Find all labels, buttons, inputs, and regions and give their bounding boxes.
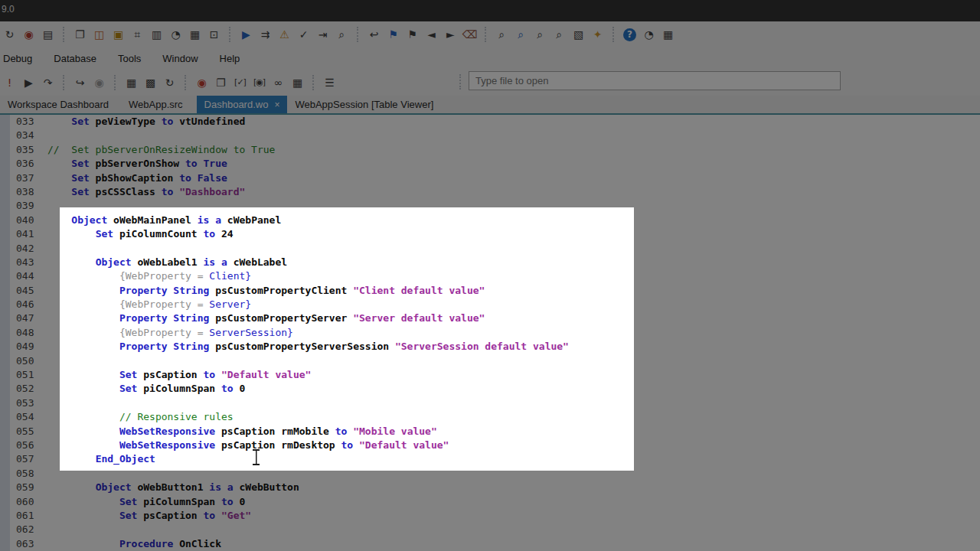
code-line[interactable]: 054 // Responsive rules <box>0 410 980 424</box>
code-line[interactable]: 048 {WebProperty = ServerSession} <box>0 326 980 340</box>
workspace-window-icon[interactable]: ◫ <box>90 26 108 44</box>
code-explorer-icon[interactable]: ◔ <box>167 26 185 44</box>
tab-webappsession-table-viewer[interactable]: WebAppSession [Table Viewer] <box>287 96 441 113</box>
code-line[interactable]: 033 Set peViewType to vtUndefined <box>0 115 980 129</box>
sync-icon[interactable]: ↻ <box>1 26 18 44</box>
tab-workspace-dashboard[interactable]: Workspace Dashboard <box>0 96 116 113</box>
open-view-icon[interactable]: ▣ <box>109 26 127 44</box>
object-relations-icon[interactable]: ⌗ <box>129 26 146 44</box>
code-editor[interactable]: 033 Set peViewType to vtUndefined034035/… <box>0 115 980 551</box>
prev-bookmark-icon[interactable]: ◄ <box>423 26 440 44</box>
code-line[interactable]: 052 Set piColumnSpan to 0 <box>0 382 980 396</box>
code-line[interactable]: 036 Set pbServerOnShow to True <box>0 157 980 171</box>
toolbar-separator <box>485 27 487 42</box>
watches-icon[interactable]: [◉] <box>250 73 268 91</box>
todo-check-icon[interactable]: ✓ <box>295 26 312 44</box>
code-line[interactable]: 045 Property String psCustomPropertyClie… <box>0 284 980 298</box>
document-tab-bar: Workspace DashboardWebApp.srcDashboard.w… <box>0 96 980 115</box>
find-next-icon[interactable]: ⌕ <box>512 26 530 44</box>
build-icon[interactable]: ▩ <box>142 73 159 91</box>
code-line[interactable]: 053 <box>0 396 980 410</box>
call-stack-icon[interactable]: ☰ <box>321 73 338 91</box>
find-definition-icon[interactable]: ⌕ <box>333 26 351 44</box>
column-report-icon[interactable]: ▥ <box>148 26 165 44</box>
code-line[interactable]: 063 Procedure OnClick <box>0 537 980 551</box>
compare-merge-icon[interactable]: ⇉ <box>256 26 274 44</box>
code-line[interactable]: 056 WebSetResponsive psCaption rmDesktop… <box>0 439 980 452</box>
code-line[interactable]: 050 <box>0 354 980 368</box>
code-line[interactable]: 043 Object oWebLabel1 is a cWebLabel <box>0 256 980 269</box>
continue-debug-icon[interactable]: ↪ <box>71 73 89 91</box>
step-over-icon[interactable]: ↷ <box>39 73 57 91</box>
code-line[interactable]: 035// Set pbServerOnResizeWindow to True <box>0 143 980 157</box>
code-line[interactable]: 047 Property String psCustomPropertyServ… <box>0 311 980 325</box>
clear-bookmarks-icon[interactable]: ⌫ <box>461 26 479 44</box>
code-line[interactable]: 058 <box>0 467 980 481</box>
code-line[interactable]: 057 End_Object <box>0 452 980 466</box>
code-line[interactable]: 051 Set psCaption to "Default value" <box>0 368 980 382</box>
code-line[interactable]: 037 Set pbShowCaption to False <box>0 171 980 185</box>
inspect-icon[interactable]: ∞ <box>270 73 287 91</box>
close-icon[interactable]: × <box>274 100 279 109</box>
menu-item-database[interactable]: Database <box>43 50 107 67</box>
code-line[interactable]: 059 Object oWebButton1 is a cWebButton <box>0 481 980 494</box>
export-source-icon[interactable]: ⇥ <box>314 26 332 44</box>
debug-windows-icon[interactable]: ❐ <box>212 73 230 91</box>
find-icon[interactable]: ⌕ <box>493 26 511 44</box>
code-text <box>47 129 980 142</box>
tab-webapp-src[interactable]: WebApp.src <box>121 96 191 113</box>
tab-dashboard-wo[interactable]: Dashboard.wo× <box>197 96 288 113</box>
stop-debug-icon[interactable]: ◉ <box>90 73 108 91</box>
rebuild-all-icon[interactable]: ↻ <box>161 73 178 91</box>
code-text: // Set pbServerOnResizeWindow to True <box>47 143 980 157</box>
menu-item-tools[interactable]: Tools <box>107 50 152 67</box>
code-line[interactable]: 041 Set piColumnCount to 24 <box>0 227 980 241</box>
code-line[interactable]: 055 WebSetResponsive psCaption rmMobile … <box>0 425 980 439</box>
unlock-icon[interactable]: ✦ <box>589 26 606 44</box>
run-to-cursor-icon[interactable]: ! <box>1 73 18 91</box>
menu-item-window[interactable]: Window <box>152 50 208 67</box>
file-search-input[interactable] <box>469 71 841 90</box>
help-icon[interactable]: ? <box>621 26 639 44</box>
code-line[interactable]: 061 Set psCaption to "Get" <box>0 509 980 523</box>
menu-item-help[interactable]: Help <box>209 50 251 67</box>
run-icon[interactable]: ▶ <box>237 26 255 44</box>
code-text <box>47 396 980 410</box>
about-icon[interactable]: ◔ <box>640 26 658 44</box>
code-line[interactable]: 046 {WebProperty = Server} <box>0 298 980 311</box>
database-builder-icon[interactable]: ▦ <box>186 26 204 44</box>
code-line[interactable]: 039 <box>0 199 980 213</box>
data-grid-icon[interactable]: ▦ <box>289 73 306 91</box>
code-text: {WebProperty = ServerSession} <box>47 326 980 340</box>
step-into-icon[interactable]: ▶ <box>20 73 38 91</box>
code-line[interactable]: 042 <box>0 242 980 256</box>
switch-source-icon[interactable]: ⊡ <box>205 26 223 44</box>
code-line[interactable]: 038 Set psCSSClass to "Dashboard" <box>0 185 980 199</box>
breakpoint-gutter[interactable] <box>0 115 10 551</box>
replace-icon[interactable]: ⌕ <box>531 26 549 44</box>
code-line[interactable]: 060 Set piColumnSpan to 0 <box>0 495 980 509</box>
record-icon[interactable]: ◉ <box>20 26 38 44</box>
table-viewer-icon[interactable]: ▦ <box>659 26 677 44</box>
breakpoints-icon[interactable]: ◉ <box>193 73 211 91</box>
menu-item-debug[interactable]: Debug <box>0 50 43 67</box>
print-icon[interactable]: ▤ <box>39 26 57 44</box>
bookmark-icon[interactable]: ⚑ <box>403 26 421 44</box>
save-layout-icon[interactable]: ▧ <box>570 26 587 44</box>
find-in-files-icon[interactable]: ⌕ <box>550 26 568 44</box>
next-bookmark-icon[interactable]: ► <box>442 26 459 44</box>
code-line[interactable]: 062 <box>0 523 980 536</box>
code-line[interactable]: 034 <box>0 129 980 142</box>
code-line[interactable]: 044 {WebProperty = Client} <box>0 269 980 283</box>
error-window-icon[interactable]: ⚠ <box>276 26 293 44</box>
copy-special-icon[interactable]: ❐ <box>71 26 89 44</box>
bookmark-toggle-icon[interactable]: ⚑ <box>384 26 402 44</box>
tab-label: Dashboard.wo <box>204 99 269 110</box>
title-bar: 9.0 <box>0 0 980 21</box>
locals-icon[interactable]: [✓] <box>231 73 249 91</box>
code-line[interactable]: 040 Object oWebMainPanel is a cWebPanel <box>0 214 980 227</box>
toolbar-separator <box>63 75 65 90</box>
goto-line-icon[interactable]: ↩ <box>365 26 383 44</box>
code-line[interactable]: 049 Property String psCustomPropertyServ… <box>0 340 980 354</box>
compile-icon[interactable]: ▦ <box>122 73 140 91</box>
